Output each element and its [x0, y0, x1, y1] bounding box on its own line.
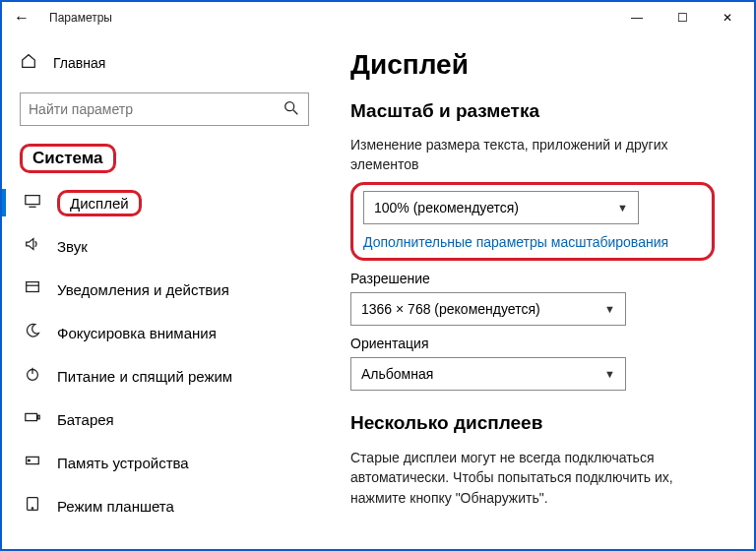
nav-focus[interactable]: Фокусировка внимания [20, 311, 309, 354]
resolution-value: 1366 × 768 (рекомендуется) [361, 301, 540, 317]
orientation-label: Ориентация [350, 336, 730, 351]
nav-tablet[interactable]: Режим планшета [20, 484, 309, 527]
chevron-down-icon: ▼ [617, 202, 628, 214]
resolution-select[interactable]: 1366 × 768 (рекомендуется) ▼ [350, 292, 626, 326]
svg-point-13 [32, 508, 32, 509]
nav-label: Память устройства [57, 455, 189, 471]
svg-rect-4 [27, 282, 39, 292]
storage-icon [24, 452, 41, 473]
nav-sound[interactable]: Звук [20, 224, 309, 268]
nav-battery[interactable]: Батарея [20, 398, 309, 441]
tablet-icon [24, 495, 41, 517]
display-icon [24, 192, 41, 214]
scale-description: Изменение размера текста, приложений и д… [350, 136, 730, 174]
window-controls: — ☐ ✕ [614, 2, 750, 33]
chevron-down-icon: ▼ [604, 368, 615, 380]
minimize-button[interactable]: — [614, 2, 660, 33]
back-button[interactable]: ← [6, 9, 37, 27]
scale-heading: Масштаб и разметка [350, 100, 730, 122]
nav-label: Уведомления и действия [57, 281, 229, 298]
home-icon [20, 52, 37, 74]
svg-point-0 [285, 101, 294, 110]
moon-icon [24, 322, 41, 343]
notify-icon [24, 278, 41, 300]
maximize-button[interactable]: ☐ [660, 2, 705, 33]
orientation-value: Альбомная [361, 366, 433, 382]
home-nav[interactable]: Главная [20, 43, 309, 83]
battery-icon [24, 408, 41, 430]
chevron-down-icon: ▼ [604, 303, 615, 315]
nav-label: Звук [57, 238, 88, 255]
search-icon [283, 99, 300, 120]
svg-point-11 [29, 459, 31, 461]
multi-displays-desc: Старые дисплеи могут не всегда подключат… [350, 448, 730, 508]
orientation-select[interactable]: Альбомная ▼ [350, 357, 626, 391]
power-icon [24, 365, 41, 387]
search-box[interactable] [20, 92, 309, 126]
svg-rect-2 [26, 196, 39, 205]
titlebar: ← Параметры — ☐ ✕ [2, 2, 754, 33]
nav-power[interactable]: Питание и спящий режим [20, 354, 309, 398]
nav-display[interactable]: Дисплей [20, 181, 309, 224]
nav-storage[interactable]: Память устройства [20, 441, 309, 484]
main-panel: Дисплей Масштаб и разметка Изменение раз… [327, 33, 754, 549]
nav-label: Питание и спящий режим [57, 368, 232, 385]
scale-select[interactable]: 100% (рекомендуется) ▼ [363, 191, 639, 224]
nav-label: Режим планшета [57, 498, 174, 515]
nav-label: Дисплей [57, 190, 142, 216]
nav-label: Фокусировка внимания [57, 325, 217, 341]
multi-displays-heading: Несколько дисплеев [350, 412, 730, 434]
svg-line-1 [293, 109, 298, 114]
window-title: Параметры [49, 11, 112, 25]
page-title: Дисплей [350, 49, 730, 81]
nav-list: Дисплей Звук Уведомления и действия Фоку… [20, 181, 309, 527]
search-input[interactable] [29, 101, 283, 117]
svg-rect-8 [26, 413, 37, 420]
home-label: Главная [53, 55, 105, 71]
sound-icon [24, 235, 41, 257]
resolution-label: Разрешение [350, 271, 730, 286]
nav-notifications[interactable]: Уведомления и действия [20, 268, 309, 311]
nav-label: Батарея [57, 411, 114, 428]
sidebar: Главная Система Дисплей Звук Уведомлени [2, 33, 327, 549]
scale-value: 100% (рекомендуется) [374, 200, 519, 215]
advanced-scaling-link[interactable]: Дополнительные параметры масштабирования [363, 234, 668, 250]
close-button[interactable]: ✕ [705, 2, 750, 33]
section-system: Система [20, 144, 116, 173]
svg-rect-9 [37, 415, 39, 419]
